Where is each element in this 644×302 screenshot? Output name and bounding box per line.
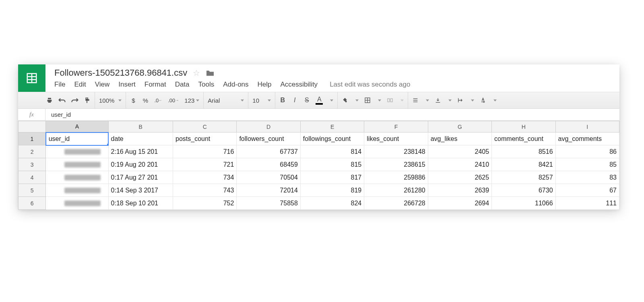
column-header[interactable]: B bbox=[108, 121, 173, 132]
format-percent-button[interactable]: % bbox=[142, 97, 149, 104]
sheets-logo-icon[interactable] bbox=[18, 64, 45, 92]
cell[interactable]: followings_count bbox=[300, 132, 364, 145]
menu-accessibility[interactable]: Accessibility bbox=[281, 81, 318, 89]
row-header[interactable]: 1 bbox=[19, 132, 46, 145]
cell[interactable]: 2639 bbox=[428, 184, 491, 197]
cell[interactable]: 721 bbox=[173, 158, 237, 171]
column-header[interactable]: D bbox=[237, 121, 300, 132]
bold-button[interactable]: B bbox=[279, 97, 286, 104]
menu-format[interactable]: Format bbox=[144, 81, 166, 89]
cell[interactable]: 67737 bbox=[237, 145, 300, 158]
cell[interactable]: posts_count bbox=[173, 132, 237, 145]
more-formats-button[interactable]: 123 bbox=[184, 97, 199, 104]
cell[interactable]: 67 bbox=[555, 184, 619, 197]
cell[interactable] bbox=[46, 158, 108, 171]
cell[interactable]: 819 bbox=[300, 184, 364, 197]
cell[interactable]: 752 bbox=[173, 197, 237, 210]
column-header[interactable]: F bbox=[364, 121, 428, 132]
menu-tools[interactable]: Tools bbox=[198, 81, 215, 89]
cell[interactable] bbox=[46, 197, 108, 210]
cell[interactable]: 2625 bbox=[428, 171, 491, 184]
cell[interactable]: 2410 bbox=[428, 158, 491, 171]
cell[interactable]: 259886 bbox=[364, 171, 428, 184]
merge-cells-icon[interactable] bbox=[387, 97, 393, 103]
menu-view[interactable]: View bbox=[95, 81, 110, 89]
zoom-select[interactable]: 100% bbox=[99, 97, 122, 104]
cell[interactable] bbox=[46, 184, 108, 197]
increase-decimal-button[interactable]: .00→ bbox=[168, 97, 179, 103]
menu-data[interactable]: Data bbox=[175, 81, 190, 89]
decrease-decimal-button[interactable]: .0← bbox=[154, 97, 162, 103]
column-header[interactable]: H bbox=[492, 121, 555, 132]
fill-color-icon[interactable] bbox=[342, 97, 348, 103]
cell[interactable]: 814 bbox=[300, 145, 364, 158]
document-title[interactable]: Followers-1505213768.96841.csv bbox=[54, 68, 187, 78]
cell[interactable]: 11066 bbox=[492, 197, 555, 210]
strikethrough-button[interactable]: S bbox=[303, 97, 310, 104]
cell[interactable]: 815 bbox=[300, 158, 364, 171]
text-rotation-icon[interactable] bbox=[480, 97, 486, 103]
format-currency-button[interactable]: $ bbox=[130, 97, 136, 104]
formula-input[interactable] bbox=[45, 109, 619, 120]
vertical-align-icon[interactable] bbox=[435, 97, 441, 103]
cell[interactable]: 86 bbox=[555, 145, 619, 158]
cell[interactable]: 0:17 Aug 27 201 bbox=[108, 171, 173, 184]
row-header[interactable]: 4 bbox=[19, 171, 46, 184]
menu-edit[interactable]: Edit bbox=[74, 81, 86, 89]
cell[interactable]: 261280 bbox=[364, 184, 428, 197]
cell[interactable]: 2:16 Aug 15 201 bbox=[108, 145, 173, 158]
column-header[interactable]: G bbox=[428, 121, 491, 132]
row-header[interactable]: 2 bbox=[19, 145, 46, 158]
row-header[interactable]: 3 bbox=[19, 158, 46, 171]
paint-format-icon[interactable] bbox=[84, 97, 91, 103]
menu-help[interactable]: Help bbox=[258, 81, 272, 89]
menu-file[interactable]: File bbox=[54, 81, 65, 89]
menu-insert[interactable]: Insert bbox=[118, 81, 136, 89]
print-icon[interactable] bbox=[46, 97, 53, 103]
cell[interactable]: 734 bbox=[173, 171, 237, 184]
cell[interactable]: 75858 bbox=[237, 197, 300, 210]
cell[interactable]: likes_count bbox=[364, 132, 428, 145]
cell[interactable]: 8516 bbox=[492, 145, 555, 158]
cell[interactable]: 2405 bbox=[428, 145, 491, 158]
cell[interactable]: 238615 bbox=[364, 158, 428, 171]
cell[interactable]: avg_comments bbox=[555, 132, 619, 145]
folder-icon[interactable] bbox=[206, 69, 215, 77]
redo-icon[interactable] bbox=[71, 97, 78, 103]
font-size-select[interactable]: 10 bbox=[252, 97, 271, 104]
cell[interactable]: 6730 bbox=[492, 184, 555, 197]
cell[interactable]: 85 bbox=[555, 158, 619, 171]
row-header[interactable]: 5 bbox=[19, 184, 46, 197]
column-header[interactable]: I bbox=[555, 121, 619, 132]
cell[interactable]: 8421 bbox=[492, 158, 555, 171]
column-header[interactable]: A bbox=[46, 121, 108, 132]
cell[interactable]: comments_count bbox=[492, 132, 555, 145]
cell[interactable]: followers_count bbox=[237, 132, 300, 145]
row-header[interactable]: 6 bbox=[19, 197, 46, 210]
cell[interactable]: date bbox=[108, 132, 173, 145]
star-icon[interactable]: ☆ bbox=[193, 68, 200, 78]
font-select[interactable]: Arial bbox=[208, 97, 244, 104]
cell[interactable]: 70504 bbox=[237, 171, 300, 184]
text-color-button[interactable]: A bbox=[316, 96, 323, 105]
cell[interactable]: 817 bbox=[300, 171, 364, 184]
menu-addons[interactable]: Add-ons bbox=[223, 81, 248, 89]
spreadsheet-grid[interactable]: A B C D E F G H I 1 user_id date posts_c… bbox=[18, 121, 619, 210]
cell[interactable]: 743 bbox=[173, 184, 237, 197]
cell[interactable]: 0:19 Aug 20 201 bbox=[108, 158, 173, 171]
horizontal-align-icon[interactable] bbox=[412, 97, 419, 103]
column-header[interactable]: E bbox=[300, 121, 364, 132]
column-header[interactable]: C bbox=[173, 121, 237, 132]
cell[interactable]: 83 bbox=[555, 171, 619, 184]
cell[interactable]: 716 bbox=[173, 145, 237, 158]
cell[interactable]: avg_likes bbox=[428, 132, 491, 145]
cell[interactable]: 0:14 Sep 3 2017 bbox=[108, 184, 173, 197]
cell[interactable] bbox=[46, 145, 108, 158]
cell[interactable]: 111 bbox=[555, 197, 619, 210]
cell[interactable]: 68459 bbox=[237, 158, 300, 171]
cell[interactable]: user_id bbox=[46, 132, 108, 145]
text-wrap-icon[interactable] bbox=[457, 97, 464, 103]
undo-icon[interactable] bbox=[58, 97, 66, 103]
cell[interactable] bbox=[46, 171, 108, 184]
cell[interactable]: 2694 bbox=[428, 197, 491, 210]
